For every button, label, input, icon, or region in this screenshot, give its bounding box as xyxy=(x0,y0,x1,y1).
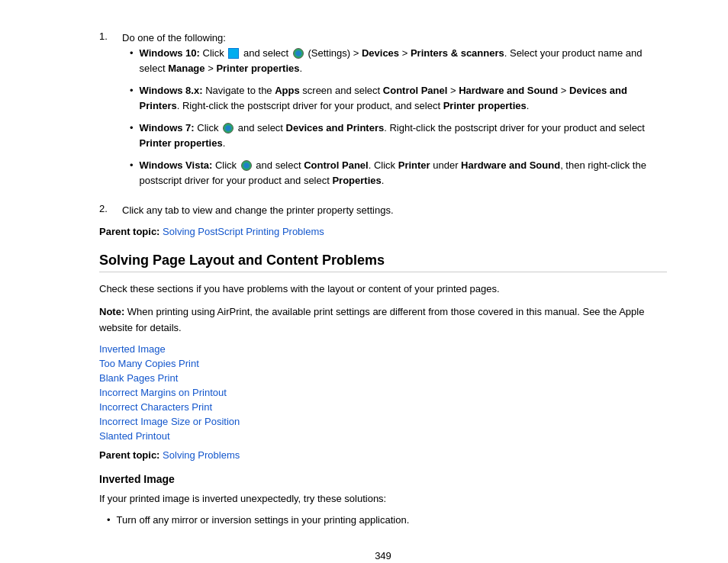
vista-bold4: Properties xyxy=(332,175,381,186)
windows8-bold5: Printer properties xyxy=(443,100,527,111)
windows7-label: Windows 7: xyxy=(140,122,195,134)
windows-logo-icon xyxy=(228,48,239,59)
postscript-parent-link[interactable]: Solving PostScript Printing Problems xyxy=(163,226,324,237)
windows10-text2: and select xyxy=(243,47,288,59)
windowsvista-item: Windows Vista: Click and select Control … xyxy=(130,158,667,188)
link-blank-pages: Blank Pages Print xyxy=(99,372,667,384)
windows10-label: Windows 10: xyxy=(140,47,200,59)
section-description: Check these sections if you have problem… xyxy=(99,282,667,297)
page-content: 1. Do one of the following: Windows 10: … xyxy=(0,0,728,563)
windows7-item: Windows 7: Click and select Devices and … xyxy=(130,121,667,150)
windows7-globe-icon xyxy=(223,123,234,134)
step-number: 1. xyxy=(99,31,122,195)
vista-bold3: Hardware and Sound xyxy=(461,159,560,171)
link-inverted-image: Inverted Image xyxy=(99,343,667,355)
vista-bold1: Control Panel xyxy=(304,159,369,171)
step-2: 2. Click any tab to view and change the … xyxy=(99,203,667,218)
slanted-printout-link[interactable]: Slanted Printout xyxy=(99,430,170,442)
link-incorrect-characters: Incorrect Characters Print xyxy=(99,401,667,413)
os-options-list: Windows 10: Click and select (Settings) … xyxy=(130,46,667,188)
section-parent-topic: Parent topic: Solving Problems xyxy=(99,449,667,461)
step-text: Do one of the following: Windows 10: Cli… xyxy=(122,31,667,195)
link-incorrect-margins: Incorrect Margins on Printout xyxy=(99,387,667,398)
vista-bold2: Printer xyxy=(398,159,430,171)
settings-icon xyxy=(293,48,304,59)
incorrect-margins-link[interactable]: Incorrect Margins on Printout xyxy=(99,387,227,398)
inverted-image-link[interactable]: Inverted Image xyxy=(99,343,166,355)
note-block: Note: When printing using AirPrint, the … xyxy=(99,304,667,335)
link-slanted-printout: Slanted Printout xyxy=(99,430,667,442)
windows10-text3: (Settings) > xyxy=(308,47,361,59)
windows10-bold1: Devices xyxy=(362,47,399,59)
subsection-bullet-text: Turn off any mirror or inversion setting… xyxy=(117,513,667,528)
subsection-bullet-1: Turn off any mirror or inversion setting… xyxy=(107,513,667,528)
topic-links-list: Inverted Image Too Many Copies Print Bla… xyxy=(99,343,667,442)
step2-number: 2. xyxy=(99,203,122,218)
step-1: 1. Do one of the following: Windows 10: … xyxy=(99,31,667,195)
windowsvista-label: Windows Vista: xyxy=(140,159,213,171)
windows10-bold2: Printers & scanners xyxy=(411,47,504,59)
windows8-text1: Navigate to the xyxy=(205,85,275,96)
windows8-item: Windows 8.x: Navigate to the Apps screen… xyxy=(130,83,667,113)
windows7-bold2: Printer properties xyxy=(140,137,223,149)
windows8-bold2: Control Panel xyxy=(383,85,448,96)
subsection-description: If your printed image is inverted unexpe… xyxy=(99,491,667,507)
link-too-many-copies: Too Many Copies Print xyxy=(99,358,667,369)
note-text: When printing using AirPrint, the availa… xyxy=(99,306,644,333)
incorrect-image-size-link[interactable]: Incorrect Image Size or Position xyxy=(99,416,240,427)
page-number: 349 xyxy=(99,550,667,561)
blank-pages-link[interactable]: Blank Pages Print xyxy=(99,372,178,384)
windows10-text1: Click xyxy=(203,47,224,59)
steps-list: 1. Do one of the following: Windows 10: … xyxy=(99,31,667,218)
note-label: Note: xyxy=(99,306,124,317)
windows10-bold4: Printer properties xyxy=(216,63,299,74)
windows7-bold1: Devices and Printers xyxy=(286,122,385,134)
incorrect-characters-link[interactable]: Incorrect Characters Print xyxy=(99,401,212,413)
windows8-bold3: Hardware and Sound xyxy=(459,85,558,96)
windows8-label: Windows 8.x: xyxy=(140,85,203,96)
postscript-parent-label: Parent topic: xyxy=(99,226,159,237)
windows8-bold1: Apps xyxy=(275,85,300,96)
subsection-bullets: Turn off any mirror or inversion setting… xyxy=(107,513,667,528)
link-incorrect-image-size: Incorrect Image Size or Position xyxy=(99,416,667,427)
windows10-bold3: Manage xyxy=(168,63,205,74)
postscript-parent-topic: Parent topic: Solving PostScript Printin… xyxy=(99,226,667,237)
too-many-copies-link[interactable]: Too Many Copies Print xyxy=(99,358,199,369)
vista-globe-icon xyxy=(241,160,252,171)
windows10-item: Windows 10: Click and select (Settings) … xyxy=(130,46,667,76)
section-parent-label: Parent topic: xyxy=(99,449,159,461)
section-title: Solving Page Layout and Content Problems xyxy=(99,253,667,272)
step2-text: Click any tab to view and change the pri… xyxy=(122,204,394,216)
section-parent-link[interactable]: Solving Problems xyxy=(163,449,240,461)
subsection-title: Inverted Image xyxy=(99,473,667,485)
